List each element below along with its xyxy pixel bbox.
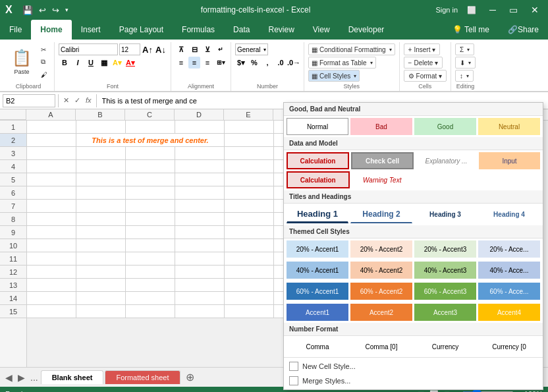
font-size-input[interactable]	[119, 43, 140, 55]
cell-e7[interactable]	[225, 200, 274, 213]
style-20-accent4[interactable]: 20% - Acce...	[478, 240, 540, 258]
style-check-cell[interactable]: Check Cell	[351, 152, 414, 169]
cell-c8[interactable]	[126, 213, 175, 226]
col-header-c[interactable]: C	[125, 109, 175, 120]
maximize-button[interactable]: ▭	[505, 3, 522, 16]
style-input[interactable]: Input	[479, 152, 540, 169]
style-40-accent1[interactable]: 40% - Accent1	[287, 262, 348, 279]
cell-b14[interactable]	[76, 292, 126, 305]
redo-icon[interactable]: ↪	[50, 5, 61, 16]
row-header-1[interactable]: 1	[0, 121, 26, 134]
style-60-accent3[interactable]: 60% - Accent3	[414, 283, 476, 300]
row-header-7[interactable]: 7	[0, 200, 26, 213]
cell-c7[interactable]	[126, 200, 175, 213]
tab-developer[interactable]: Developer	[339, 20, 394, 40]
save-icon[interactable]: 💾	[20, 5, 35, 16]
row-header-2[interactable]: 2	[0, 134, 26, 147]
fill-color-button[interactable]: A▾	[111, 57, 123, 69]
format-painter-button[interactable]: 🖌	[38, 69, 50, 80]
cell-c12[interactable]	[126, 266, 175, 279]
style-60-accent4[interactable]: 60% - Acce...	[478, 283, 540, 300]
cell-b7[interactable]	[76, 200, 126, 213]
tell-me-button[interactable]: 💡 Tell me	[443, 20, 499, 40]
cell-c5[interactable]	[126, 173, 175, 186]
cell-e5[interactable]	[225, 173, 274, 186]
merge-styles-item[interactable]: Merge Styles...	[284, 374, 543, 388]
align-bottom-button[interactable]: ⊻	[202, 43, 213, 55]
autosum-button[interactable]: Σ ▾	[455, 43, 474, 55]
style-20-accent1[interactable]: 20% - Accent1	[287, 240, 348, 258]
sign-in-button[interactable]: Sign in	[435, 6, 458, 14]
cell-d13[interactable]	[175, 279, 225, 292]
style-accent2[interactable]: Accent2	[350, 304, 412, 321]
cell-a11[interactable]	[27, 252, 76, 266]
align-center-button[interactable]: ≡	[188, 57, 200, 69]
cell-a4[interactable]	[27, 160, 76, 173]
increase-decimal-button[interactable]: .0	[275, 57, 287, 69]
tab-insert[interactable]: Insert	[72, 20, 110, 40]
page-break-icon[interactable]: ⊟	[444, 390, 450, 393]
style-comma0[interactable]: Comma [0]	[350, 338, 412, 355]
font-name-input[interactable]	[59, 43, 118, 55]
style-60-accent2[interactable]: 60% - Accent2	[350, 283, 412, 300]
share-button[interactable]: 🔗 Share	[499, 20, 548, 40]
style-calculation[interactable]: Calculation	[287, 152, 349, 169]
cell-b10[interactable]	[76, 239, 126, 252]
paste-button[interactable]: 📋 Paste	[7, 43, 37, 80]
cell-b4[interactable]	[76, 160, 126, 173]
cell-styles-button[interactable]: ▦ Cell Styles ▾	[308, 70, 360, 82]
col-header-b[interactable]: B	[76, 109, 125, 120]
col-header-a[interactable]: A	[26, 109, 76, 120]
cell-a3[interactable]	[27, 147, 76, 160]
cell-d11[interactable]	[175, 252, 225, 266]
style-accent3[interactable]: Accent3	[414, 304, 476, 321]
align-top-button[interactable]: ⊼	[175, 43, 187, 55]
row-header-8[interactable]: 8	[0, 213, 26, 226]
confirm-formula-icon[interactable]: ✓	[72, 96, 82, 105]
sheet-nav-next[interactable]: ▶	[15, 372, 28, 383]
conditional-formatting-button[interactable]: ▦ Conditional Formatting ▾	[308, 43, 395, 55]
border-button[interactable]: ▦	[98, 57, 110, 69]
col-header-e[interactable]: E	[224, 109, 273, 120]
cell-b9[interactable]	[76, 226, 126, 239]
style-40-accent2[interactable]: 40% - Accent2	[350, 262, 412, 279]
cell-a8[interactable]	[27, 213, 76, 226]
name-box[interactable]: B2	[3, 94, 55, 107]
cell-e15[interactable]	[225, 305, 274, 318]
cancel-formula-icon[interactable]: ✕	[61, 96, 71, 105]
cell-d6[interactable]	[175, 186, 225, 200]
cell-e3[interactable]	[225, 147, 274, 160]
insert-function-icon[interactable]: fx	[84, 96, 94, 105]
style-explanatory[interactable]: Explanatory ...	[416, 152, 477, 169]
cell-a10[interactable]	[27, 239, 76, 252]
row-header-6[interactable]: 6	[0, 186, 26, 200]
cell-a13[interactable]	[27, 279, 76, 292]
style-20-accent3[interactable]: 20% - Accent3	[414, 240, 476, 258]
row-header-4[interactable]: 4	[0, 160, 26, 173]
bold-button[interactable]: B	[59, 57, 70, 69]
style-heading3[interactable]: Heading 3	[414, 206, 476, 223]
cell-e2[interactable]	[225, 134, 274, 147]
cell-e4[interactable]	[225, 160, 274, 173]
cell-c1[interactable]	[126, 121, 175, 134]
tab-file[interactable]: File	[0, 20, 31, 40]
style-accent1[interactable]: Accent1	[287, 304, 348, 321]
cell-a6[interactable]	[27, 186, 76, 200]
row-header-15[interactable]: 15	[0, 305, 26, 318]
cell-a7[interactable]	[27, 200, 76, 213]
cell-e9[interactable]	[225, 226, 274, 239]
style-comma[interactable]: Comma	[287, 338, 348, 355]
decrease-font-icon[interactable]: A↓	[155, 43, 167, 55]
cell-e13[interactable]	[225, 279, 274, 292]
format-dropdown-button[interactable]: ⚙ Format ▾	[404, 70, 447, 82]
ribbon-display-icon[interactable]: ⬜	[463, 5, 480, 16]
cell-b11[interactable]	[76, 252, 126, 266]
close-button[interactable]: ✕	[527, 3, 543, 16]
cell-b6[interactable]	[76, 186, 126, 200]
cell-d14[interactable]	[175, 292, 225, 305]
select-all-button[interactable]	[0, 109, 26, 120]
format-as-table-button[interactable]: ▦ Format as Table ▾	[308, 57, 376, 69]
page-layout-icon[interactable]: ⬜	[429, 390, 439, 393]
style-warning-text[interactable]: Warning Text	[352, 171, 414, 188]
number-format-dropdown-icon[interactable]: ▾	[263, 47, 266, 53]
